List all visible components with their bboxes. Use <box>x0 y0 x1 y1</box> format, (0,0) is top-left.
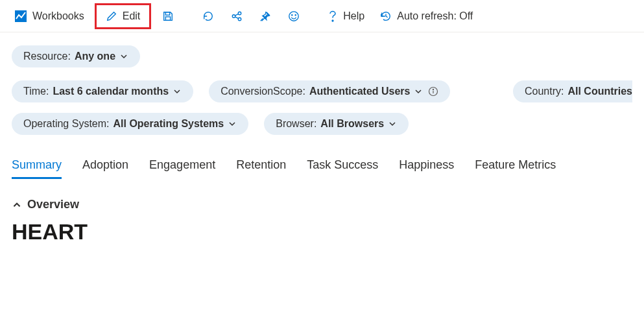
chevron-down-icon <box>173 87 182 96</box>
history-icon <box>380 10 392 22</box>
workbooks-label: Workbooks <box>32 10 84 22</box>
auto-refresh-button[interactable]: Auto refresh: Off <box>375 8 478 25</box>
tab-retention[interactable]: Retention <box>236 158 286 179</box>
os-filter-label: Operating System: <box>23 118 110 130</box>
resource-filter-value: Any one <box>75 51 115 62</box>
time-filter[interactable]: Time: Last 6 calendar months <box>12 80 193 102</box>
question-icon <box>328 10 338 23</box>
smile-icon <box>288 10 300 22</box>
page-heading: HEART <box>0 211 644 245</box>
os-filter-value: All Operating Systems <box>113 118 224 130</box>
svg-point-9 <box>292 14 292 15</box>
chevron-up-icon <box>12 200 22 210</box>
tab-summary[interactable]: Summary <box>12 158 62 179</box>
conversion-scope-filter[interactable]: ConversionScope: Authenticated Users <box>209 80 450 102</box>
help-label: Help <box>343 10 364 22</box>
refresh-icon <box>202 10 214 22</box>
share-icon <box>231 10 243 22</box>
tabs: Summary Adoption Engagement Retention Ta… <box>0 135 644 180</box>
svg-rect-2 <box>166 16 171 19</box>
filters-row-3: Operating System: All Operating Systems … <box>0 102 644 135</box>
feedback-button[interactable] <box>282 5 305 28</box>
country-filter-value: All Countries <box>567 86 632 97</box>
overview-section: Overview <box>0 180 644 211</box>
pin-button[interactable] <box>254 5 277 28</box>
chevron-down-icon <box>228 119 237 128</box>
svg-line-6 <box>235 14 239 16</box>
filters-row-2: Time: Last 6 calendar months ConversionS… <box>0 67 644 102</box>
save-button[interactable] <box>156 5 180 28</box>
share-button[interactable] <box>225 5 248 28</box>
svg-point-3 <box>233 14 236 18</box>
tab-engagement[interactable]: Engagement <box>149 158 215 179</box>
svg-point-5 <box>239 18 242 21</box>
svg-point-11 <box>332 20 333 21</box>
country-filter[interactable]: Country: All Countries <box>513 80 632 102</box>
chevron-down-icon <box>119 52 128 61</box>
overview-label: Overview <box>27 198 79 211</box>
save-icon <box>162 10 174 22</box>
chevron-down-icon <box>388 119 397 128</box>
tab-happiness[interactable]: Happiness <box>399 158 454 179</box>
resource-filter-label: Resource: <box>23 51 71 62</box>
svg-rect-1 <box>166 12 170 15</box>
resource-filter[interactable]: Resource: Any one <box>12 45 140 67</box>
browser-filter[interactable]: Browser: All Browsers <box>264 113 409 135</box>
info-icon <box>428 86 438 97</box>
refresh-button[interactable] <box>197 5 220 28</box>
pencil-icon <box>106 10 117 22</box>
overview-toggle[interactable]: Overview <box>12 198 632 211</box>
pin-icon <box>259 10 271 22</box>
tab-adoption[interactable]: Adoption <box>82 158 128 179</box>
tab-feature-metrics[interactable]: Feature Metrics <box>475 158 556 179</box>
conversion-scope-filter-value: Authenticated Users <box>309 86 411 97</box>
svg-point-8 <box>289 11 298 20</box>
svg-point-10 <box>295 14 296 15</box>
browser-filter-value: All Browsers <box>320 118 384 130</box>
workbooks-button[interactable]: Workbooks <box>9 7 89 25</box>
svg-line-13 <box>386 16 388 18</box>
filters-row-1: Resource: Any one <box>0 32 644 67</box>
country-filter-label: Country: <box>525 86 564 97</box>
help-button[interactable]: Help <box>322 7 370 25</box>
auto-refresh-label: Auto refresh: Off <box>397 10 473 22</box>
edit-button[interactable]: Edit <box>102 10 145 22</box>
edit-highlight-box: Edit <box>95 3 152 29</box>
chart-icon <box>14 10 27 23</box>
os-filter[interactable]: Operating System: All Operating Systems <box>12 113 248 135</box>
svg-line-7 <box>235 16 239 18</box>
time-filter-value: Last 6 calendar months <box>53 86 169 97</box>
time-filter-label: Time: <box>23 86 49 97</box>
chevron-down-icon <box>414 87 423 96</box>
conversion-scope-filter-label: ConversionScope: <box>221 86 305 97</box>
svg-point-4 <box>239 12 242 15</box>
svg-point-16 <box>433 89 434 89</box>
edit-label: Edit <box>123 10 141 22</box>
browser-filter-label: Browser: <box>276 118 316 130</box>
tab-task-success[interactable]: Task Success <box>307 158 378 179</box>
toolbar: Workbooks Edit <box>0 0 644 32</box>
